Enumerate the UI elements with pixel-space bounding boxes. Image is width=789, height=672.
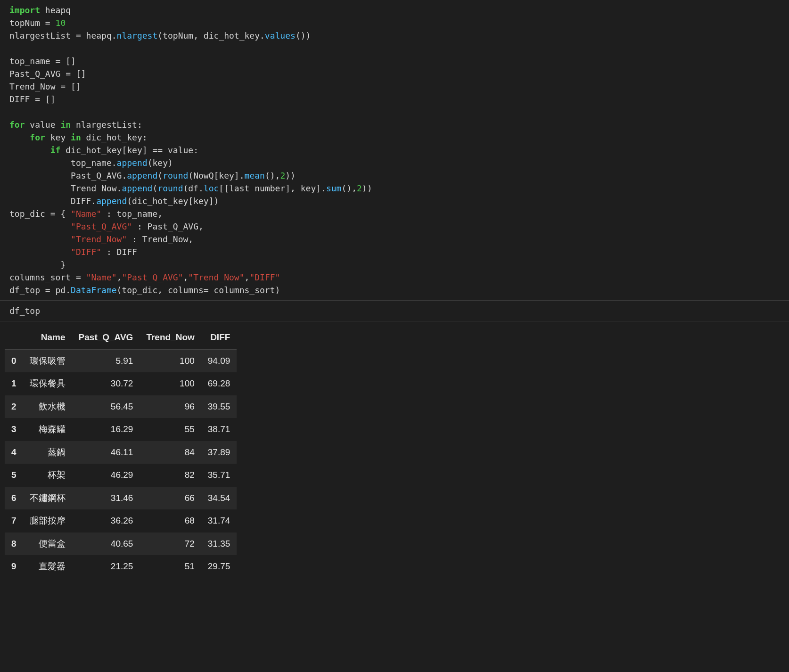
code-token: Past_Q_AVG. — [71, 171, 127, 180]
table-cell: 82 — [140, 464, 201, 487]
table-cell: 31.35 — [201, 533, 237, 556]
code-token: "Name" — [71, 209, 101, 219]
code-token — [9, 132, 30, 142]
table-cell: 51 — [140, 555, 201, 578]
output-area: Name Past_Q_AVG Trend_Now DIFF 0環保吸管5.91… — [0, 321, 789, 588]
table-cell: 便當盒 — [23, 533, 72, 556]
table-cell: 84 — [140, 441, 201, 464]
code-token: nlargestList = heapq. — [9, 31, 117, 41]
code-token: values — [265, 31, 296, 41]
table-row: 2飲水機56.459639.55 — [5, 395, 237, 418]
code-token: topNum = — [9, 18, 56, 28]
table-row: 1環保餐具30.7210069.28 — [5, 372, 237, 395]
code-token: append — [96, 196, 127, 206]
code-token — [9, 196, 71, 206]
code-token: dic_hot_key: — [81, 132, 148, 142]
code-token: , — [245, 272, 250, 282]
code-token: dic_hot_key[key] == value: — [60, 145, 198, 155]
table-cell: 環保餐具 — [23, 372, 72, 395]
code-token: : DIFF — [101, 247, 137, 257]
row-index: 7 — [5, 509, 23, 533]
code-token: top_dic = { — [9, 209, 71, 219]
table-cell: 31.46 — [72, 487, 140, 510]
code-token: (topNum, dic_hot_key. — [157, 31, 265, 41]
code-token: Past_Q_AVG = [] — [9, 69, 86, 79]
table-cell: 5.91 — [72, 349, 140, 372]
code-token: [[last_number], key]. — [219, 183, 326, 193]
code-token: "DIFF" — [71, 247, 101, 257]
code-token: (), — [265, 171, 280, 180]
code-token: round — [163, 171, 188, 180]
code-token: DIFF. — [71, 196, 96, 206]
table-cell: 29.75 — [201, 555, 237, 578]
code-token: (dic_hot_key[key]) — [127, 196, 219, 206]
code-token: DataFrame — [71, 285, 117, 295]
code-token: ( — [152, 183, 157, 193]
code-token: mean — [245, 171, 265, 180]
code-token: DIFF = [] — [9, 94, 56, 104]
table-header: Trend_Now — [140, 326, 201, 349]
table-cell: 飲水機 — [23, 395, 72, 418]
code-token: nlargest — [117, 31, 158, 41]
table-cell: 38.71 — [201, 418, 237, 441]
table-header: Past_Q_AVG — [72, 326, 140, 349]
code-token: top_name = [] — [9, 56, 76, 66]
code-token: round — [157, 183, 183, 193]
table-row: 9直髮器21.255129.75 — [5, 555, 237, 578]
code-token: loc — [204, 183, 219, 193]
row-index: 8 — [5, 533, 23, 556]
row-index: 9 — [5, 555, 23, 578]
table-cell: 100 — [140, 349, 201, 372]
code-token: (top_dic, columns= columns_sort) — [117, 285, 280, 295]
code-token: 2 — [357, 183, 362, 193]
code-token — [9, 145, 50, 155]
row-index: 4 — [5, 441, 23, 464]
code-token: value — [25, 120, 61, 130]
table-cell: 40.65 — [72, 533, 140, 556]
code-token: sum — [326, 183, 342, 193]
table-cell: 69.28 — [201, 372, 237, 395]
table-cell: 16.29 — [72, 418, 140, 441]
code-token: ( — [157, 171, 163, 180]
table-cell: 37.89 — [201, 441, 237, 464]
table-cell: 72 — [140, 533, 201, 556]
table-cell: 36.26 — [72, 509, 140, 533]
table-cell: 66 — [140, 487, 201, 510]
blank-corner — [5, 326, 23, 349]
table-cell: 31.74 — [201, 509, 237, 533]
table-cell: 56.45 — [72, 395, 140, 418]
row-index: 1 — [5, 372, 23, 395]
table-cell: 杯架 — [23, 464, 72, 487]
code-token: Trend_Now = [] — [9, 82, 81, 91]
table-cell: 39.55 — [201, 395, 237, 418]
code-token: )) — [285, 171, 296, 180]
table-cell: 100 — [140, 372, 201, 395]
code-token: )) — [362, 183, 372, 193]
code-token: , — [117, 272, 122, 282]
table-cell: 34.54 — [201, 487, 237, 510]
code-cell-2[interactable]: df_top — [0, 300, 789, 321]
table-cell: 梅森罐 — [23, 418, 72, 441]
row-index: 2 — [5, 395, 23, 418]
code-cell-1[interactable]: import heapq topNum = 10 nlargestList = … — [0, 0, 789, 300]
code-token — [9, 260, 60, 270]
table-cell: 46.11 — [72, 441, 140, 464]
code-token — [9, 221, 71, 231]
code-token: "Past_Q_AVG" — [71, 221, 132, 231]
table-header: DIFF — [201, 326, 237, 349]
code-token: "Trend_Now" — [71, 234, 127, 244]
code-token: (df. — [183, 183, 203, 193]
table-header-row: Name Past_Q_AVG Trend_Now DIFF — [5, 326, 237, 349]
table-cell: 94.09 — [201, 349, 237, 372]
code-token: columns_sort = — [9, 272, 86, 282]
table-row: 4蒸鍋46.118437.89 — [5, 441, 237, 464]
dataframe-table: Name Past_Q_AVG Trend_Now DIFF 0環保吸管5.91… — [5, 326, 237, 578]
table-row: 6不鏽鋼杯31.466634.54 — [5, 487, 237, 510]
table-cell: 環保吸管 — [23, 349, 72, 372]
code-token: top_name. — [71, 158, 117, 168]
table-cell: 68 — [140, 509, 201, 533]
code-token: (), — [341, 183, 357, 193]
code-token: 10 — [56, 18, 66, 28]
table-cell: 蒸鍋 — [23, 441, 72, 464]
code-token: : Trend_Now, — [127, 234, 193, 244]
